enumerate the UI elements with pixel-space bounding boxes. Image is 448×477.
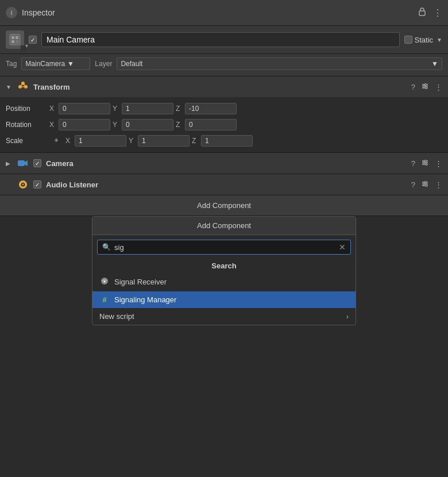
- search-wrapper: 🔍 ✕: [92, 235, 356, 259]
- position-row: Position X Y Z: [6, 101, 442, 117]
- transform-body: Position X Y Z Rotation X Y Z: [0, 97, 448, 152]
- layer-label: Layer: [95, 60, 112, 68]
- search-clear-button[interactable]: ✕: [339, 243, 346, 252]
- svg-point-17: [426, 87, 427, 89]
- signaling-manager-result[interactable]: # Signaling Manager: [92, 291, 356, 308]
- audio-listener-active-checkbox[interactable]: [33, 180, 41, 189]
- transform-menu-icon[interactable]: ⋮: [435, 83, 442, 91]
- inspector-title: Inspector: [22, 8, 417, 17]
- rotation-z-input[interactable]: [185, 119, 237, 130]
- scale-row: Scale X Y Z: [6, 133, 442, 149]
- audio-menu-icon[interactable]: ⋮: [435, 180, 442, 189]
- position-x-label: X: [49, 105, 56, 113]
- transform-header[interactable]: ▼ Transform ?: [0, 76, 448, 97]
- rotation-y-input[interactable]: [122, 119, 173, 130]
- inspector-panel: ▼ Static ▼ Tag MainCamera ▼ Layer Defaul…: [0, 26, 448, 325]
- layer-arrow: ▼: [431, 60, 438, 68]
- svg-rect-0: [419, 11, 425, 16]
- svg-point-24: [426, 163, 427, 165]
- svg-rect-5: [16, 40, 18, 43]
- camera-icon: [17, 157, 29, 169]
- gameobject-name-input[interactable]: [41, 32, 400, 47]
- rotation-x-input[interactable]: [59, 119, 110, 130]
- svg-point-15: [425, 83, 427, 85]
- svg-point-23: [423, 161, 425, 163]
- scale-z-label: Z: [192, 137, 199, 145]
- scale-x-input[interactable]: [75, 135, 126, 147]
- position-xyz: X Y Z: [49, 103, 442, 114]
- title-bar-actions: ⋮: [417, 6, 442, 19]
- camera-settings-icon[interactable]: [421, 159, 429, 168]
- transform-icon: [17, 81, 29, 93]
- svg-point-31: [425, 181, 427, 183]
- svg-rect-3: [16, 36, 18, 39]
- lock-icon[interactable]: [417, 6, 427, 19]
- signal-receiver-icon: [99, 276, 110, 287]
- position-y-label: Y: [113, 105, 119, 113]
- tag-dropdown[interactable]: MainCamera ▼: [21, 57, 90, 70]
- static-area: Static ▼: [404, 36, 442, 44]
- component-search-input[interactable]: [114, 243, 335, 252]
- scale-link-icon[interactable]: [52, 136, 61, 147]
- position-z-input[interactable]: [185, 103, 237, 114]
- audio-listener-name: Audio Listener: [46, 180, 407, 189]
- svg-rect-18: [18, 160, 25, 166]
- add-component-button[interactable]: Add Component: [0, 195, 448, 216]
- expand-go-icon[interactable]: ▼: [24, 43, 29, 49]
- signal-receiver-result[interactable]: Signal Receiver: [92, 272, 356, 291]
- scale-z-input[interactable]: [201, 135, 253, 147]
- static-dropdown-arrow[interactable]: ▼: [437, 37, 442, 43]
- camera-expand-arrow: ▶: [6, 160, 13, 167]
- tag-value: MainCamera: [25, 60, 65, 68]
- title-bar: i Inspector ⋮: [0, 0, 448, 26]
- more-options-icon[interactable]: ⋮: [433, 7, 442, 18]
- transform-component: ▼ Transform ?: [0, 76, 448, 153]
- tag-label: Tag: [6, 60, 17, 68]
- scale-y-label: Y: [129, 137, 136, 145]
- svg-point-32: [423, 183, 425, 184]
- new-script-label: New script: [99, 312, 134, 321]
- camera-help-icon[interactable]: ?: [411, 159, 415, 168]
- gameobject-active-checkbox[interactable]: [29, 36, 37, 44]
- transform-settings-icon[interactable]: [421, 82, 429, 92]
- new-script-item[interactable]: New script ›: [92, 308, 356, 325]
- audio-listener-actions: ? ⋮: [411, 180, 442, 190]
- svg-rect-2: [11, 36, 14, 39]
- transform-help-icon[interactable]: ?: [411, 83, 415, 91]
- inspector-icon: i: [6, 7, 17, 18]
- rotation-xyz: X Y Z: [49, 119, 442, 130]
- scale-y-input[interactable]: [138, 135, 190, 147]
- layer-dropdown[interactable]: Default ▼: [117, 57, 442, 70]
- dropdown-title: Add Component: [92, 217, 356, 235]
- camera-header[interactable]: ▶ Camera ?: [0, 153, 448, 174]
- signaling-manager-icon: #: [99, 295, 110, 304]
- audio-listener-header[interactable]: Audio Listener ? ⋮: [0, 174, 448, 195]
- signaling-manager-label: Signaling Manager: [114, 295, 176, 304]
- camera-actions: ? ⋮: [411, 159, 442, 168]
- position-x-input[interactable]: [59, 103, 110, 114]
- tag-arrow: ▼: [67, 60, 74, 68]
- scale-xyz: X Y Z: [49, 135, 442, 147]
- search-section-label: Search: [92, 259, 356, 272]
- camera-menu-icon[interactable]: ⋮: [435, 159, 442, 168]
- signal-receiver-label: Signal Receiver: [114, 278, 167, 286]
- audio-listener-component: Audio Listener ? ⋮: [0, 174, 448, 195]
- rotation-x-label: X: [49, 121, 56, 129]
- position-label: Position: [6, 105, 46, 113]
- svg-point-35: [104, 281, 106, 283]
- tag-layer-row: Tag MainCamera ▼ Layer Default ▼: [0, 54, 448, 76]
- camera-active-checkbox[interactable]: [33, 159, 41, 167]
- svg-point-22: [425, 160, 427, 161]
- transform-name: Transform: [33, 83, 407, 91]
- audio-settings-icon[interactable]: [421, 180, 429, 190]
- rotation-z-label: Z: [176, 121, 183, 129]
- transform-actions: ? ⋮: [411, 82, 442, 92]
- rotation-label: Rotation: [6, 121, 46, 129]
- scale-label: Scale: [6, 137, 46, 145]
- add-component-dropdown: Add Component 🔍 ✕ Search Signal Receiver: [92, 216, 356, 325]
- new-script-arrow: ›: [346, 312, 349, 321]
- svg-rect-4: [11, 40, 14, 43]
- audio-help-icon[interactable]: ?: [411, 180, 415, 189]
- static-checkbox[interactable]: [404, 36, 412, 44]
- position-y-input[interactable]: [122, 103, 173, 114]
